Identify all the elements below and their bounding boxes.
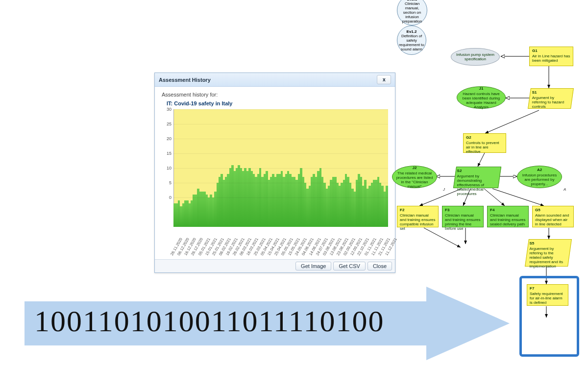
svg-line-11 [424,228,461,247]
node-a2-id: A2 [520,168,559,172]
node-f3-id: F3 [445,208,481,212]
chart-subtitle: IT: Covid-19 safety in Italy [167,100,232,106]
node-g5[interactable]: G5 Alarm sounded and displayed when air … [532,206,574,227]
grid-line [173,124,388,124]
y-tick-label: 10 [162,166,172,171]
y-tick-label: 0 [162,195,172,200]
grid-line [173,109,388,110]
node-g2[interactable]: G2 Controls to prevent air in line are e… [463,133,506,153]
node-s1-id: S1 [532,90,569,95]
window-body: Assessment history for: IT: Covid-19 saf… [155,87,395,259]
node-j1-text: Hazard controls have been identified dur… [463,92,500,109]
node-f3[interactable]: F3 Clinician manual and training ensures… [442,206,484,227]
node-g5-id: G5 [535,208,571,212]
assessment-history-window: Assessment History x Assessment history … [154,73,395,273]
gsn-diagram: Infusion pump system specification G1 Ai… [397,0,588,387]
node-g2-text: Controls to prevent air in line are effe… [466,141,499,154]
node-ev12[interactable]: Ev1.2 Definition of safety requirement t… [397,25,426,55]
node-g1-text: Air in Line hazard has been mitigated [532,54,570,63]
y-tick-label: 20 [162,136,172,141]
grid-line [173,153,388,154]
node-j2[interactable]: J2 The related medical procedures are li… [392,166,437,188]
label-a: A [564,187,566,192]
node-f2-text: Clinician manual and training ensures co… [400,213,436,231]
chart-area: 051015202530 26.11.202006.12.202016.12.2… [162,109,388,256]
node-j1[interactable]: J1 Hazard controls have been identified … [457,86,506,109]
get-csv-button[interactable]: Get CSV [333,262,365,270]
chart-x-ticks: 26.11.202006.12.202016.12.202026.12.2020… [173,228,388,256]
svg-line-10 [492,189,544,206]
node-ev23[interactable]: Ev2.3 Clinician manual, section on infus… [397,0,427,25]
close-icon[interactable]: x [377,75,391,84]
node-f2[interactable]: F2 Clinician manual and training ensures… [397,206,439,227]
node-f4-id: F4 [490,208,526,212]
node-f4-text: Clinician manual and training ensures se… [490,213,526,226]
grid-line [173,168,388,169]
svg-line-7 [419,189,462,206]
binary-text: 1001101010011011110100 [34,304,385,339]
node-s1-text: Argument by referring to hazard controls [532,96,564,109]
y-tick-label: 30 [162,107,172,112]
node-a2[interactable]: A2 Infusion procedures are performed by … [517,166,562,188]
subtitle-prefix: Assessment history for: [162,92,388,98]
node-s5-id: S5 [529,241,566,245]
node-g1[interactable]: G1 Air in Line hazard has been mitigated [529,47,573,66]
node-ev23-text: Clinician manual, section on infusion pr… [402,1,422,24]
window-titlebar[interactable]: Assessment History x [155,73,395,87]
node-spec-text: Infusion pump system specification [454,52,497,61]
svg-line-3 [485,110,539,133]
get-image-button[interactable]: Get Image [295,262,331,270]
chart-bar [386,186,388,227]
node-f7-text: Safety requirement for air-in-line alarm… [530,292,563,305]
node-f7-id: F7 [530,286,565,291]
node-g1-id: G1 [532,49,570,53]
node-g2-id: G2 [466,135,503,140]
grid-line [173,197,388,198]
node-s1[interactable]: S1 Argument by referring to hazard contr… [528,88,574,109]
node-j2-id: J2 [395,166,434,170]
grid-line [173,139,388,139]
node-s5-text: Arguement by refering to the related saf… [529,246,563,269]
window-footer: Get Image Get CSV Close [155,259,395,272]
window-title: Assessment History [159,77,211,83]
node-f7[interactable]: F7 Safety requirement for air-in-line al… [527,284,568,306]
node-f3-text: Clinician manual and training ensures pr… [445,213,481,231]
node-s2-text: Argument by demonstrating effectiveness … [457,174,484,196]
node-s5[interactable]: S5 Arguement by refering to the related … [525,239,572,267]
node-a2-text: Infusion procedures are performed by pro… [522,173,557,186]
node-f4[interactable]: F4 Clinician manual and training ensures… [487,206,529,227]
node-ev12-text: Definition of safety requirement to soun… [399,34,424,51]
grid-line [173,183,388,183]
node-j1-id: J1 [460,86,503,91]
node-s2[interactable]: S2 Argument by demonstrating effectivene… [453,167,501,188]
node-ev12-id: Ev1.2 [399,29,424,34]
label-j: J [443,187,445,192]
svg-line-4 [478,152,485,167]
node-g5-text: Alarm sounded and displayed when air in … [535,213,569,226]
node-f2-id: F2 [400,208,436,212]
y-tick-label: 15 [162,151,172,156]
node-s2-id: S2 [457,169,496,173]
y-tick-label: 5 [162,180,172,185]
y-tick-label: 25 [162,122,172,126]
node-j2-text: The related medical procedures are liste… [396,171,433,189]
close-button[interactable]: Close [368,262,392,270]
node-spec[interactable]: Infusion pump system specification [451,48,500,66]
